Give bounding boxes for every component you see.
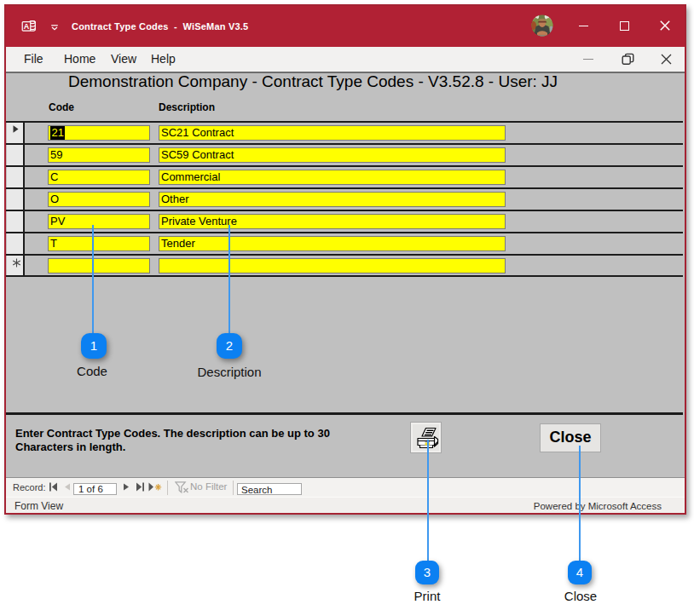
svg-text:A: A: [24, 22, 30, 31]
